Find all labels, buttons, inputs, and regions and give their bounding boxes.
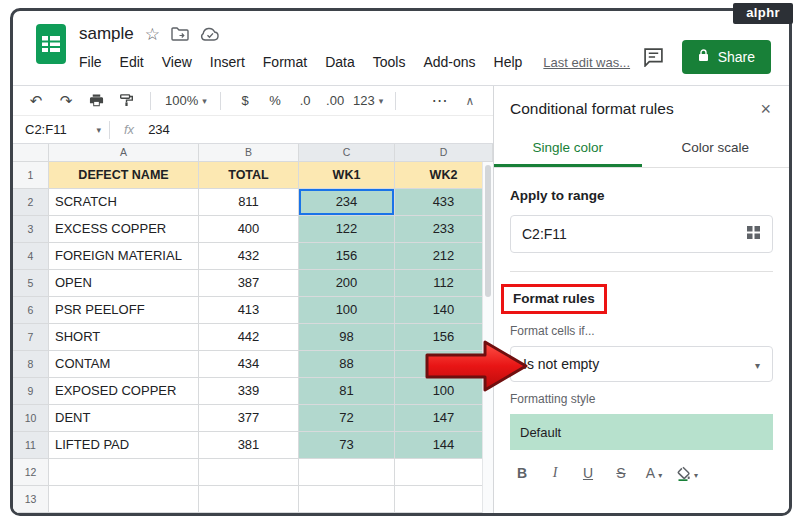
row-header-6[interactable]: 6	[13, 297, 49, 324]
comments-icon[interactable]	[643, 48, 664, 67]
redo-icon[interactable]: ↷	[53, 89, 79, 113]
row-header-8[interactable]: 8	[13, 351, 49, 378]
collapse-toolbar-icon[interactable]: ∧	[457, 89, 483, 113]
cell-D13[interactable]	[395, 486, 493, 513]
row-header-3[interactable]: 3	[13, 216, 49, 243]
close-panel-icon[interactable]: ×	[760, 102, 771, 116]
cell-B1[interactable]: TOTAL	[199, 162, 299, 189]
menu-tools[interactable]: Tools	[364, 51, 415, 73]
format-strikethrough-button[interactable]: S	[609, 460, 633, 486]
column-header-b[interactable]: B	[199, 144, 299, 162]
scrollbar-thumb[interactable]	[485, 165, 491, 297]
menu-data[interactable]: Data	[316, 51, 364, 73]
cell-B4[interactable]: 432	[199, 243, 299, 270]
row-header-11[interactable]: 11	[13, 432, 49, 459]
cell-C9[interactable]: 81	[299, 378, 395, 405]
zoom-select[interactable]: 100%	[162, 89, 209, 113]
cell-A9[interactable]: EXPOSED COPPER	[49, 378, 199, 405]
cell-C8[interactable]: 88	[299, 351, 395, 378]
cell-B10[interactable]: 377	[199, 405, 299, 432]
cell-A7[interactable]: SHORT	[49, 324, 199, 351]
cell-C3[interactable]: 122	[299, 216, 395, 243]
menu-addons[interactable]: Add-ons	[414, 51, 484, 73]
format-bold-button[interactable]: B	[510, 460, 534, 486]
vertical-scrollbar[interactable]	[482, 162, 493, 513]
cell-B12[interactable]	[199, 459, 299, 486]
cell-A10[interactable]: DENT	[49, 405, 199, 432]
column-header-c[interactable]: C	[299, 144, 395, 162]
cell-A2[interactable]: SCRATCH	[49, 189, 199, 216]
cell-A8[interactable]: CONTAM	[49, 351, 199, 378]
format-text-color-button-icon[interactable]: A	[642, 460, 666, 486]
cell-B5[interactable]: 387	[199, 270, 299, 297]
row-header-4[interactable]: 4	[13, 243, 49, 270]
cell-B6[interactable]: 413	[199, 297, 299, 324]
cell-C5[interactable]: 200	[299, 270, 395, 297]
cell-D1[interactable]: WK2	[395, 162, 493, 189]
cell-A5[interactable]: OPEN	[49, 270, 199, 297]
format-italic-button[interactable]: I	[543, 460, 567, 486]
cell-B9[interactable]: 339	[199, 378, 299, 405]
cell-D6[interactable]: 140	[395, 297, 493, 324]
cell-B8[interactable]: 434	[199, 351, 299, 378]
row-header-2[interactable]: 2	[13, 189, 49, 216]
cell-D12[interactable]	[395, 459, 493, 486]
cell-A12[interactable]	[49, 459, 199, 486]
cell-A11[interactable]: LIFTED PAD	[49, 432, 199, 459]
cell-C2[interactable]: 234	[299, 189, 395, 216]
cell-A4[interactable]: FOREIGN MATERIAL	[49, 243, 199, 270]
select-all-corner[interactable]	[13, 144, 49, 162]
more-formats-icon[interactable]: 123	[352, 89, 384, 113]
name-box[interactable]: C2:F11	[13, 116, 109, 143]
row-header-10[interactable]: 10	[13, 405, 49, 432]
cell-A13[interactable]	[49, 486, 199, 513]
undo-icon[interactable]: ↶	[23, 89, 49, 113]
cell-B13[interactable]	[199, 486, 299, 513]
share-button[interactable]: Share	[682, 40, 771, 74]
cell-D10[interactable]: 147	[395, 405, 493, 432]
column-header-a[interactable]: A	[49, 144, 199, 162]
cell-A1[interactable]: DEFECT NAME	[49, 162, 199, 189]
tab-single-color[interactable]: Single color	[494, 130, 642, 167]
menu-edit[interactable]: Edit	[111, 51, 153, 73]
menu-view[interactable]: View	[153, 51, 201, 73]
increase-decimal-icon[interactable]: .00	[322, 89, 348, 113]
row-header-7[interactable]: 7	[13, 324, 49, 351]
move-to-folder-icon[interactable]	[171, 27, 189, 41]
cell-B7[interactable]: 442	[199, 324, 299, 351]
condition-dropdown[interactable]: Is not empty	[510, 346, 773, 382]
formula-input[interactable]: 234	[148, 122, 170, 137]
cell-D3[interactable]: 233	[395, 216, 493, 243]
column-header-d[interactable]: D	[395, 144, 493, 162]
format-percent-icon[interactable]: %	[262, 89, 288, 113]
format-currency-icon[interactable]: $	[232, 89, 258, 113]
menu-format[interactable]: Format	[254, 51, 316, 73]
format-underline-button[interactable]: U	[576, 460, 600, 486]
document-title[interactable]: sample	[79, 24, 134, 44]
cell-D2[interactable]: 433	[395, 189, 493, 216]
row-header-5[interactable]: 5	[13, 270, 49, 297]
menu-file[interactable]: File	[79, 51, 111, 73]
row-header-1[interactable]: 1	[13, 162, 49, 189]
cell-C6[interactable]: 100	[299, 297, 395, 324]
cell-D11[interactable]: 144	[395, 432, 493, 459]
paint-format-icon[interactable]	[113, 89, 139, 113]
cell-B3[interactable]: 400	[199, 216, 299, 243]
format-fill-color-button-icon[interactable]	[675, 460, 699, 486]
cell-C4[interactable]: 156	[299, 243, 395, 270]
range-input[interactable]: C2:F11	[510, 215, 773, 253]
menu-help[interactable]: Help	[485, 51, 532, 73]
cell-B11[interactable]: 381	[199, 432, 299, 459]
cell-C11[interactable]: 73	[299, 432, 395, 459]
cell-A6[interactable]: PSR PEELOFF	[49, 297, 199, 324]
sheets-logo-icon[interactable]	[35, 23, 67, 85]
toolbar-overflow-icon[interactable]: ⋯	[427, 89, 453, 113]
cell-C7[interactable]: 98	[299, 324, 395, 351]
cell-C1[interactable]: WK1	[299, 162, 395, 189]
star-icon[interactable]: ☆	[145, 26, 160, 43]
cell-D5[interactable]: 112	[395, 270, 493, 297]
row-header-13[interactable]: 13	[13, 486, 49, 513]
row-header-9[interactable]: 9	[13, 378, 49, 405]
select-data-range-icon[interactable]	[746, 225, 761, 243]
cell-B2[interactable]: 811	[199, 189, 299, 216]
